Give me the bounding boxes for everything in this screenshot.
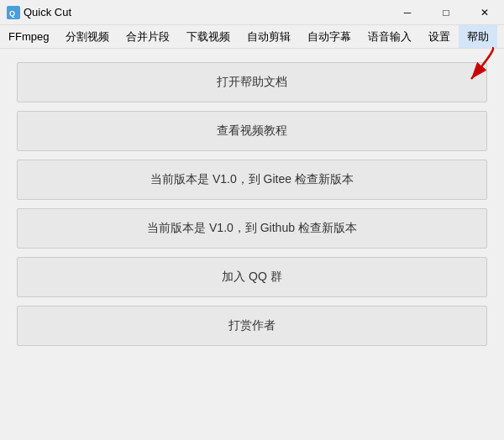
menu-item-auto-cut[interactable]: 自动剪辑 (239, 25, 299, 48)
join-qq-button[interactable]: 加入 QQ 群 (17, 257, 487, 297)
close-button[interactable]: ✕ (465, 0, 504, 25)
menu-item-voice-input[interactable]: 语音输入 (360, 25, 420, 48)
maximize-button[interactable]: □ (427, 0, 465, 25)
donate-button[interactable]: 打赏作者 (17, 306, 487, 346)
menu-item-split[interactable]: 分割视频 (57, 25, 118, 48)
check-gitee-button[interactable]: 当前版本是 V1.0，到 Gitee 检查新版本 (17, 160, 487, 200)
window-controls: ─ □ ✕ (388, 0, 504, 25)
menu-item-auto-subtitle[interactable]: 自动字幕 (299, 25, 360, 48)
menu-bar: FFmpeg 分割视频 合并片段 下载视频 自动剪辑 自动字幕 语音输入 设置 … (0, 25, 504, 49)
svg-text:Q: Q (9, 9, 15, 18)
menu-item-ffmpeg[interactable]: FFmpeg (0, 25, 57, 48)
content-area: 打开帮助文档 查看视频教程 当前版本是 V1.0，到 Gitee 检查新版本 当… (0, 49, 504, 359)
app-icon: Q (7, 6, 20, 19)
app-title: Quick Cut (24, 6, 71, 18)
open-help-doc-button[interactable]: 打开帮助文档 (17, 62, 487, 102)
check-github-button[interactable]: 当前版本是 V1.0，到 Github 检查新版本 (17, 208, 487, 249)
menu-item-merge[interactable]: 合并片段 (118, 25, 178, 48)
menu-item-help[interactable]: 帮助 (459, 25, 497, 48)
menu-item-settings[interactable]: 设置 (420, 25, 459, 48)
view-tutorial-button[interactable]: 查看视频教程 (17, 111, 487, 151)
title-bar: Q Quick Cut ─ □ ✕ (0, 0, 504, 25)
menu-item-download[interactable]: 下载视频 (178, 25, 239, 48)
minimize-button[interactable]: ─ (388, 0, 427, 25)
